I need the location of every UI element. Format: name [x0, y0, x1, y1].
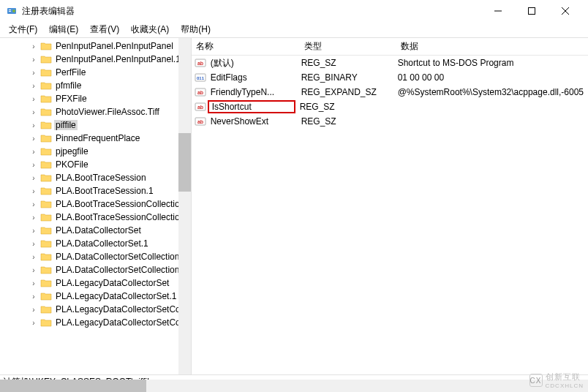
expand-icon[interactable]: › — [29, 69, 38, 77]
expand-icon[interactable]: › — [29, 56, 38, 64]
expand-icon[interactable]: › — [29, 253, 38, 261]
value-name: FriendlyTypeN... — [209, 87, 297, 97]
tree-item[interactable]: ›PLA.BootTraceSessionCollectio — [0, 211, 191, 224]
tree-item[interactable]: ›PLA.LegacyDataCollectorSet — [0, 276, 191, 290]
expand-icon[interactable]: › — [29, 214, 38, 222]
window-controls — [481, 0, 582, 22]
expand-icon[interactable]: › — [29, 293, 38, 301]
value-type: REG_BINARY — [297, 72, 393, 83]
tree-item[interactable]: ›PKOFile — [0, 158, 191, 171]
expand-icon[interactable]: › — [29, 306, 38, 314]
list-row[interactable]: 011EditFlagsREG_BINARY01 00 00 00 — [192, 70, 588, 85]
close-button[interactable] — [549, 0, 582, 22]
value-data: 01 00 00 00 — [393, 72, 588, 83]
tree-item[interactable]: ›piffile — [0, 118, 191, 132]
tree-item[interactable]: ›PLA.DataCollectorSet — [0, 224, 191, 237]
expand-icon[interactable]: › — [29, 319, 38, 327]
tree-item[interactable]: ›PinnedFrequentPlace — [0, 132, 191, 145]
regedit-icon — [6, 5, 18, 17]
tree-item[interactable]: ›PLA.BootTraceSession.1 — [0, 184, 191, 197]
svg-text:ab: ab — [197, 61, 203, 66]
menu-view[interactable]: 查看(V) — [84, 22, 125, 37]
expand-icon[interactable]: › — [29, 148, 38, 156]
scrollbar-thumb[interactable] — [178, 133, 191, 192]
folder-icon — [40, 94, 52, 104]
tree-label: PLA.DataCollectorSet.1 — [54, 238, 150, 249]
tree-item[interactable]: ›pjpegfile — [0, 145, 191, 158]
value-data: @%SystemRoot%\System32\acppage.dll,-6005 — [393, 87, 588, 97]
value-type: REG_SZ — [297, 116, 393, 127]
expand-icon[interactable]: › — [29, 161, 38, 169]
value-icon: ab — [195, 116, 206, 127]
tree-item[interactable]: ›PLA.DataCollectorSet.1 — [0, 237, 191, 250]
tree-item[interactable]: ›pfmfile — [0, 79, 191, 92]
tree-item[interactable]: ›PenInputPanel.PenInputPanel.1 — [0, 53, 191, 66]
menu-favorites[interactable]: 收藏夹(A) — [125, 22, 175, 37]
tree-item[interactable]: ›PhotoViewer.FileAssoc.Tiff — [0, 105, 191, 118]
folder-icon — [40, 265, 52, 275]
tree-label: PerfFile — [54, 67, 87, 78]
tree-label: piffile — [54, 120, 78, 130]
list-row[interactable]: abIsShortcutREG_SZ — [192, 99, 588, 114]
col-header-data[interactable]: 数据 — [396, 40, 588, 53]
tree-item[interactable]: ›PLA.DataCollectorSetCollection — [0, 263, 191, 276]
expand-icon[interactable]: › — [29, 174, 38, 182]
tree-item[interactable]: ›PerfFile — [0, 66, 191, 79]
list-header: 名称 类型 数据 — [192, 38, 588, 56]
value-icon: 011 — [195, 72, 206, 83]
tree-item[interactable]: ›PLA.BootTraceSessionCollectio — [0, 197, 191, 211]
expand-icon[interactable]: › — [29, 135, 38, 143]
tree-label: PFXFile — [54, 94, 88, 104]
value-name: NeverShowExt — [209, 116, 297, 127]
menu-help[interactable]: 帮助(H) — [175, 22, 216, 37]
watermark: CX 创新互联 CDCXHLCN — [529, 372, 584, 389]
tree-item[interactable]: ›PLA.DataCollectorSetCollection — [0, 250, 191, 263]
watermark-text: 创新互联 — [546, 372, 584, 382]
col-header-type[interactable]: 类型 — [300, 40, 396, 53]
value-name: IsShortcut — [208, 100, 295, 113]
expand-icon[interactable]: › — [29, 187, 38, 195]
tree-item[interactable]: ›PenInputPanel.PenInputPanel — [0, 39, 191, 53]
expand-icon[interactable]: › — [29, 82, 38, 90]
expand-icon[interactable]: › — [29, 227, 38, 235]
tree-label: PenInputPanel.PenInputPanel.1 — [54, 54, 182, 64]
horizontal-scrollbar[interactable] — [0, 380, 588, 392]
tree-item[interactable]: ›PLA.LegacyDataCollectorSetCo — [0, 316, 191, 329]
folder-icon — [40, 173, 52, 183]
expand-icon[interactable]: › — [29, 108, 38, 116]
tree-item[interactable]: ›PLA.LegacyDataCollectorSetCo — [0, 303, 191, 316]
folder-icon — [40, 133, 52, 143]
tree-label: PLA.LegacyDataCollectorSetCo — [54, 317, 182, 328]
expand-icon[interactable]: › — [29, 240, 38, 248]
expand-icon[interactable]: › — [29, 42, 38, 50]
value-data: Shortcut to MS-DOS Program — [393, 58, 588, 68]
value-type: REG_SZ — [297, 58, 393, 68]
minimize-button[interactable] — [481, 0, 515, 22]
expand-icon[interactable]: › — [29, 121, 38, 129]
expand-icon[interactable]: › — [29, 200, 38, 208]
scrollbar-thumb[interactable] — [0, 380, 146, 392]
list-rows: ab(默认)REG_SZShortcut to MS-DOS Program01… — [192, 56, 588, 129]
folder-icon — [40, 41, 52, 51]
tree-item[interactable]: ›PLA.LegacyDataCollectorSet.1 — [0, 290, 191, 303]
tree-item[interactable]: ›PFXFile — [0, 92, 191, 105]
list-row[interactable]: ab(默认)REG_SZShortcut to MS-DOS Program — [192, 56, 588, 70]
expand-icon[interactable]: › — [29, 279, 38, 287]
content: ›PenInputPanel.PenInputPanel›PenInputPan… — [0, 38, 588, 374]
expand-icon[interactable]: › — [29, 95, 38, 103]
folder-icon — [40, 212, 52, 222]
list-row[interactable]: abFriendlyTypeN...REG_EXPAND_SZ@%SystemR… — [192, 85, 588, 99]
menu-file[interactable]: 文件(F) — [3, 22, 43, 37]
titlebar: 注册表编辑器 — [0, 0, 588, 22]
tree[interactable]: ›PenInputPanel.PenInputPanel›PenInputPan… — [0, 38, 191, 331]
list-row[interactable]: abNeverShowExtREG_SZ — [192, 114, 588, 129]
tree-item[interactable]: ›PLA.BootTraceSession — [0, 171, 191, 184]
col-header-name[interactable]: 名称 — [192, 40, 300, 53]
tree-scrollbar[interactable] — [178, 38, 191, 374]
maximize-button[interactable] — [515, 0, 549, 22]
folder-icon — [40, 67, 52, 78]
tree-label: PLA.BootTraceSession — [54, 173, 148, 183]
folder-icon — [40, 317, 52, 328]
expand-icon[interactable]: › — [29, 266, 38, 274]
menu-edit[interactable]: 编辑(E) — [43, 22, 84, 37]
